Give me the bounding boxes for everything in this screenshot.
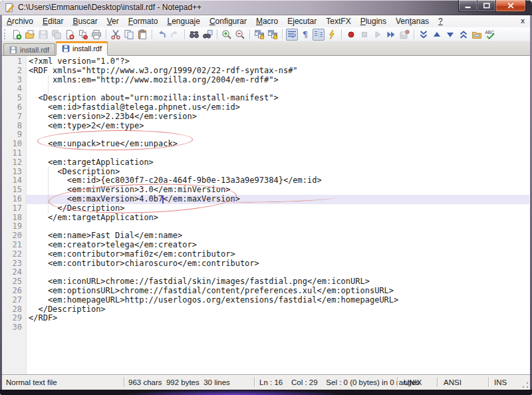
line-number[interactable]: 11: [2, 149, 26, 158]
saved-file-icon: [9, 46, 17, 54]
zoom-out-icon[interactable]: [234, 29, 246, 41]
line-number[interactable]: 24: [2, 268, 26, 277]
line-text: <em:contributor>chiaroscuro</em:contribu…: [26, 259, 259, 269]
tab-2-active[interactable]: install.rdf: [56, 41, 108, 55]
menu-ayuda[interactable]: ?: [434, 15, 448, 27]
toolbar-separator: [282, 29, 283, 39]
maximize-button[interactable]: [477, 0, 496, 12]
collapse-all-icon[interactable]: [418, 29, 430, 41]
paste-icon[interactable]: [136, 29, 148, 41]
menu-buscar[interactable]: Buscar: [68, 15, 102, 27]
line-number[interactable]: 19: [2, 222, 26, 231]
line-number[interactable]: 5: [2, 94, 26, 103]
print-icon[interactable]: [90, 29, 102, 41]
menu-archivo[interactable]: Archivo: [2, 15, 38, 27]
line-text: </em:targetApplication>: [26, 213, 158, 223]
line-number[interactable]: 26: [2, 287, 26, 296]
menu-macro[interactable]: Macro: [251, 15, 283, 27]
status-eol-format[interactable]: UNIX: [404, 375, 422, 390]
find-icon[interactable]: [188, 29, 200, 41]
sync-horizontal-icon[interactable]: [267, 29, 279, 41]
tab-bar: install.rdfinstall.rdf: [2, 41, 530, 56]
record-macro-icon[interactable]: [345, 29, 357, 41]
line-number[interactable]: 9: [2, 130, 26, 140]
run-macro-multiple-icon[interactable]: [385, 29, 397, 41]
line-number[interactable]: 2: [2, 66, 26, 76]
code-line-5: 5 <Description about="urn:mozilla:instal…: [2, 94, 530, 103]
status-separator: [397, 377, 398, 387]
menu-textfx[interactable]: TextFX: [321, 15, 355, 27]
menu-editar[interactable]: Editar: [38, 15, 68, 27]
new-file-icon[interactable]: [11, 29, 23, 41]
line-number[interactable]: 6: [2, 103, 26, 112]
line-number[interactable]: 23: [2, 259, 26, 269]
copy-icon[interactable]: [123, 29, 135, 41]
minimize-button[interactable]: [458, 0, 477, 12]
line-number[interactable]: 21: [2, 241, 26, 250]
code-line-18: 18 </em:targetApplication>: [2, 213, 530, 223]
svg-text:ABC: ABC: [485, 29, 495, 34]
sync-vertical-icon[interactable]: [253, 29, 265, 41]
tab-label: install.rdf: [72, 45, 102, 53]
zoom-in-icon[interactable]: [221, 29, 233, 41]
status-encoding[interactable]: ANSI: [444, 375, 462, 390]
editor-area[interactable]: 1<?xml version="1.0"?>2<RDF xmlns="http:…: [2, 56, 530, 374]
close-file-icon[interactable]: [64, 29, 76, 41]
menu-formato[interactable]: Formato: [124, 15, 163, 27]
function-completion-icon[interactable]: [326, 29, 338, 41]
line-text: <?xml version="1.0"?>: [26, 57, 130, 66]
line-number[interactable]: 8: [2, 122, 26, 131]
line-number[interactable]: 15: [2, 186, 26, 195]
tab-1[interactable]: install.rdf: [3, 43, 55, 55]
line-number[interactable]: 18: [2, 213, 26, 223]
menu-ventanas[interactable]: Ventanas: [391, 15, 434, 27]
line-number[interactable]: 20: [2, 231, 26, 241]
close-all-icon[interactable]: [77, 29, 89, 41]
title-bar[interactable]: C:\Users\Emmanuel\Desktop\install.rdf - …: [0, 0, 532, 15]
line-text: <em:iconURL>chrome://fastdial/skin/image…: [26, 277, 370, 287]
line-number[interactable]: 29: [2, 314, 26, 323]
cut-icon[interactable]: [110, 29, 122, 41]
line-text: [26, 149, 29, 158]
menu-plugins[interactable]: Plugins: [356, 15, 391, 27]
spell-check-icon[interactable]: ABC: [484, 29, 496, 41]
close-document-icon[interactable]: x: [518, 15, 527, 27]
line-number[interactable]: 22: [2, 250, 26, 259]
menu-ejecutar[interactable]: Ejecutar: [283, 15, 321, 27]
doc-switcher-icon[interactable]: [471, 29, 483, 41]
toolbar-grip[interactable]: [4, 29, 8, 39]
undo-icon[interactable]: [156, 29, 168, 41]
menu-configurar[interactable]: Configurar: [205, 15, 251, 27]
uncollapse-all-icon[interactable]: [458, 29, 469, 41]
word-wrap-icon[interactable]: [286, 29, 298, 41]
save-all-icon: [51, 29, 63, 41]
line-number[interactable]: 7: [2, 112, 26, 122]
resize-grip[interactable]: [522, 382, 529, 388]
line-number[interactable]: 30: [2, 323, 26, 332]
menu-lenguaje[interactable]: Lenguaje: [162, 15, 204, 27]
menu-ver[interactable]: Ver: [102, 15, 124, 27]
line-number[interactable]: 1: [2, 57, 26, 66]
indent-guide-icon[interactable]: [313, 29, 325, 41]
line-text: <em:homepageURL>http://userlogos.org/ext…: [26, 296, 398, 305]
prev-result-icon[interactable]: [431, 29, 443, 41]
close-button[interactable]: [496, 0, 526, 12]
line-number[interactable]: 12: [2, 158, 26, 168]
line-number[interactable]: 13: [2, 168, 26, 177]
line-number[interactable]: 4: [2, 84, 26, 94]
show-all-chars-icon[interactable]: ¶: [299, 29, 311, 41]
code-line-27: 27 <em:homepageURL>http://userlogos.org/…: [2, 296, 530, 305]
line-number[interactable]: 10: [2, 140, 26, 149]
line-number[interactable]: 27: [2, 296, 26, 305]
line-number[interactable]: 16: [2, 195, 26, 204]
open-file-icon[interactable]: [24, 29, 36, 41]
toolbar: ¶ABC: [2, 27, 530, 41]
replace-icon[interactable]: [201, 29, 213, 41]
line-number[interactable]: 14: [2, 176, 26, 186]
line-number[interactable]: 3: [2, 76, 26, 85]
line-number[interactable]: 25: [2, 277, 26, 287]
line-number[interactable]: 28: [2, 305, 26, 315]
line-number[interactable]: 17: [2, 204, 26, 213]
next-result-icon[interactable]: [444, 29, 456, 41]
status-insert-mode[interactable]: INS: [494, 375, 507, 390]
